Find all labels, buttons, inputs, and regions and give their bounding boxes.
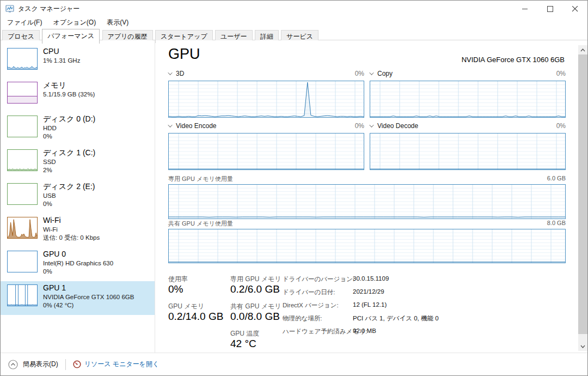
shared-memory-value: 0.0/8.0 GB — [230, 311, 280, 323]
footer: 簡易表示(D) リソース モニターを開く — [1, 353, 587, 375]
sidebar-item-detail: 0% — [43, 200, 153, 208]
hardware-reserved-memory-value: 92.0 MB — [353, 328, 376, 334]
tab-performance[interactable]: パフォーマンス — [42, 29, 100, 44]
disk2-mini-chart — [7, 183, 38, 205]
directx-version-label: DirectX バージョン: — [283, 301, 339, 310]
menu-view[interactable]: 表示(V) — [101, 17, 134, 28]
gpu-video-decode-chart[interactable] — [370, 133, 566, 170]
wifi-mini-chart — [7, 217, 38, 239]
simple-view-toggle[interactable]: 簡易表示(D) — [8, 360, 58, 369]
title-bar: タスク マネージャー — [1, 1, 587, 17]
dedicated-memory-max: 6.0 GB — [517, 175, 566, 181]
engine-label: Video Encode — [176, 122, 217, 130]
driver-date-value: 2021/12/29 — [353, 288, 384, 295]
chevron-down-icon — [369, 70, 373, 75]
sidebar-item-detail: HDD — [43, 124, 153, 132]
performance-sidebar: CPU1% 1.31 GHz メモリ5.1/15.9 GB (32%) ディスク… — [1, 40, 155, 353]
engine-label: Copy — [377, 70, 393, 77]
sidebar-item-wifi[interactable]: Wi-FiWi-Fi送信: 0 受信: 0 Kbps — [1, 214, 155, 247]
sidebar-item-detail: Intel(R) HD Graphics 630 — [43, 259, 153, 268]
scroll-down-button[interactable] — [578, 342, 587, 351]
sidebar-item-detail: Wi-Fi — [43, 226, 153, 234]
gpu-memory-value: 0.2/14.0 GB — [168, 311, 223, 323]
shared-memory-max: 8.0 GB — [517, 220, 566, 226]
sidebar-item-detail: SSD — [43, 158, 153, 166]
shared-memory-chart-label: 共有 GPU メモリ使用量 — [168, 220, 233, 228]
maximize-button[interactable] — [537, 1, 562, 17]
chevron-up-icon — [580, 48, 585, 52]
simple-view-label: 簡易表示(D) — [23, 360, 58, 369]
chevron-down-icon — [369, 123, 373, 127]
gpu-dedicated-memory-chart[interactable] — [168, 184, 566, 219]
sidebar-item-cpu[interactable]: CPU1% 1.31 GHz — [1, 45, 155, 78]
sidebar-item-title: CPU — [43, 46, 153, 57]
temperature-value: 42 °C — [230, 338, 256, 350]
engine-label: 3D — [176, 70, 184, 77]
engine-percent: 0% — [522, 70, 566, 77]
sidebar-item-detail: 0% — [43, 268, 153, 276]
window-title: タスク マネージャー — [18, 4, 79, 14]
sidebar-item-detail: USB — [43, 192, 153, 200]
gpu0-mini-chart — [7, 251, 38, 272]
sidebar-item-title: ディスク 0 (D:) — [43, 113, 153, 124]
driver-version-label: ドライバーのバージョン: — [283, 275, 354, 283]
disk0-mini-chart — [7, 116, 38, 137]
sidebar-item-disk1[interactable]: ディスク 1 (C:)SSD2% — [1, 146, 155, 180]
dedicated-memory-value: 0.2/6.0 GB — [230, 283, 280, 295]
minimize-button[interactable] — [512, 1, 537, 17]
temperature-label: GPU 温度 — [230, 329, 259, 338]
vertical-scrollbar[interactable] — [578, 45, 587, 351]
sidebar-item-title: GPU 1 — [43, 282, 153, 293]
sidebar-item-title: Wi-Fi — [43, 215, 153, 226]
engine-selector-video-encode[interactable]: Video Encode — [168, 122, 217, 130]
sidebar-item-disk2[interactable]: ディスク 2 (E:)USB0% — [1, 180, 155, 214]
sidebar-item-detail: 1% 1.31 GHz — [43, 57, 153, 65]
engine-percent: 0% — [321, 122, 364, 130]
tab-bar: プロセス パフォーマンス アプリの履歴 スタートアップ ユーザー 詳細 サービス — [1, 28, 587, 40]
engine-selector-3d[interactable]: 3D — [168, 70, 184, 77]
gpu-memory-label: GPU メモリ — [168, 302, 204, 311]
gpu-copy-chart[interactable] — [370, 81, 566, 118]
scroll-up-button[interactable] — [578, 45, 587, 54]
close-button[interactable] — [562, 1, 587, 17]
sidebar-item-gpu1[interactable]: GPU 1NVIDIA GeForce GTX 1060 6GB0% (42 °… — [1, 281, 155, 315]
task-manager-window: タスク マネージャー ファイル(F) オプション(O) 表示(V) プロセス パ… — [0, 0, 588, 376]
engine-selector-video-decode[interactable]: Video Decode — [370, 122, 418, 130]
open-resource-monitor-link[interactable]: リソース モニターを開く — [73, 360, 160, 369]
chevron-down-icon — [168, 70, 172, 75]
sidebar-item-disk0[interactable]: ディスク 0 (D:)HDD0% — [1, 112, 155, 146]
close-icon — [572, 6, 578, 12]
page-title: GPU — [168, 46, 200, 63]
physical-location-value: PCI バス 1, デバイス 0, 機能 0 — [353, 314, 439, 323]
window-controls — [512, 1, 587, 17]
gpu-shared-memory-chart[interactable] — [168, 229, 566, 263]
sidebar-item-gpu0[interactable]: GPU 0Intel(R) HD Graphics 6300% — [1, 247, 155, 281]
menu-file[interactable]: ファイル(F) — [2, 17, 47, 28]
sidebar-item-memory[interactable]: メモリ5.1/15.9 GB (32%) — [1, 78, 155, 112]
cpu-mini-chart — [7, 48, 38, 70]
open-resource-monitor-label: リソース モニターを開く — [84, 360, 160, 369]
sidebar-item-title: メモリ — [43, 80, 153, 90]
minimize-icon — [522, 6, 528, 12]
gpu-video-encode-chart[interactable] — [168, 133, 364, 170]
engine-selector-copy[interactable]: Copy — [370, 70, 393, 77]
physical-location-label: 物理的な場所: — [283, 314, 322, 323]
usage-value: 0% — [168, 283, 183, 295]
chevron-down-icon — [168, 123, 172, 127]
menu-options[interactable]: オプション(O) — [47, 17, 101, 28]
maximize-icon — [547, 6, 553, 12]
menu-bar: ファイル(F) オプション(O) 表示(V) — [1, 17, 587, 28]
sidebar-item-detail: NVIDIA GeForce GTX 1060 6GB — [43, 293, 153, 301]
resource-monitor-icon — [73, 360, 81, 368]
usage-label: 使用率 — [168, 275, 188, 284]
driver-version-value: 30.0.15.1109 — [353, 275, 389, 282]
sidebar-item-title: ディスク 1 (C:) — [43, 147, 153, 158]
gpu-3d-chart[interactable] — [168, 81, 364, 118]
engine-label: Video Decode — [377, 122, 418, 130]
gpu-panel: GPU NVIDIA GeForce GTX 1060 6GB 3D 0% Co… — [156, 40, 587, 353]
gpu1-mini-chart — [7, 284, 38, 306]
scrollbar-thumb[interactable] — [578, 54, 587, 334]
app-icon — [5, 4, 14, 13]
engine-percent: 0% — [321, 70, 364, 77]
memory-mini-chart — [7, 82, 38, 104]
